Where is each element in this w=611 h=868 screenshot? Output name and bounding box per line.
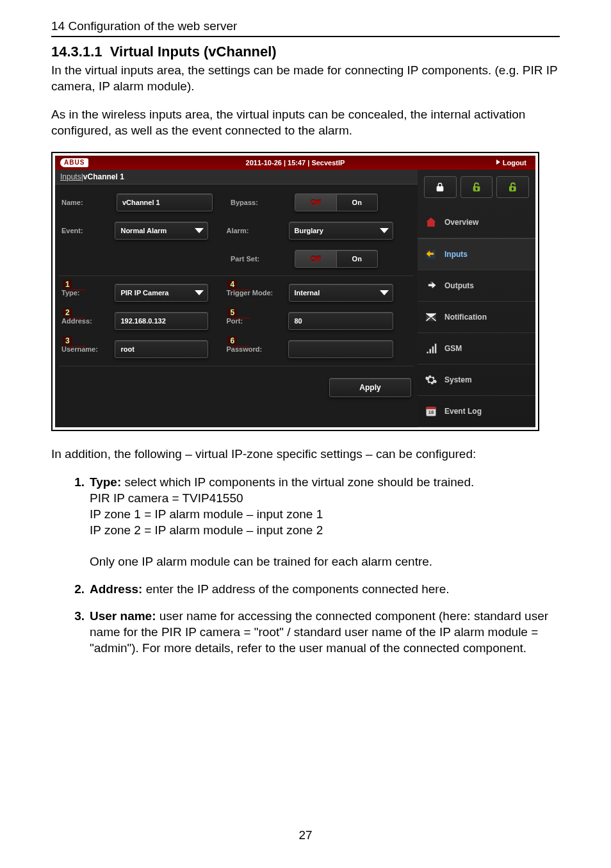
para-3: In addition, the following – virtual IP-…: [51, 446, 560, 463]
label-type: 1 Type:: [61, 289, 115, 297]
address-input[interactable]: 192.168.0.132: [115, 312, 208, 330]
section-title: Virtual Inputs (vChannel): [110, 44, 277, 60]
breadcrumb-current: vChannel 1: [83, 172, 124, 181]
event-select[interactable]: Normal Alarm: [115, 222, 208, 240]
callout-4: 4: [227, 280, 237, 289]
label-port: 5 Port:: [226, 317, 288, 325]
nav-label: Notification: [444, 313, 529, 322]
list-num: 1.: [69, 475, 85, 491]
breadcrumb: Inputs | vChannel 1: [55, 170, 418, 184]
label-address: 2 Address:: [61, 317, 115, 325]
callout-1: 1: [63, 280, 72, 289]
nav-inputs[interactable]: Inputs: [418, 238, 535, 270]
breadcrumb-inputs[interactable]: Inputs: [60, 172, 81, 181]
nav-label: Event Log: [444, 407, 529, 416]
nav-label: GSM: [444, 344, 529, 353]
type-select[interactable]: PIR IP Camera: [115, 284, 208, 302]
top-bar: ABUS 2011-10-26 | 15:47 | SecvestIP Logo…: [55, 156, 535, 170]
callout-6: 6: [227, 336, 237, 345]
input-icon: [424, 248, 438, 261]
divider: [59, 275, 414, 276]
callout-5: 5: [227, 308, 237, 317]
lock-closed-icon: [435, 181, 445, 193]
bypass-toggle-off[interactable]: Off: [295, 194, 337, 211]
list-text: select which IP components in the virtua…: [121, 475, 474, 489]
bypass-toggle[interactable]: Off On: [295, 193, 378, 211]
chevron-down-icon: [195, 228, 204, 233]
type-select-value: PIR IP Camera: [120, 289, 168, 297]
port-input[interactable]: 80: [288, 312, 393, 330]
username-input[interactable]: root: [115, 340, 208, 358]
mail-icon: [424, 311, 438, 323]
nav-overview[interactable]: Overview: [418, 207, 535, 238]
list-lead: Address:: [90, 582, 142, 596]
lock-open-icon: [508, 181, 518, 193]
svg-rect-0: [476, 187, 478, 190]
section-number: 14.3.1.1: [51, 44, 102, 60]
list-sub: Only one IP alarm module can be trained …: [90, 555, 432, 568]
label-partset: Part Set:: [231, 255, 295, 263]
header-chapter: 14 Configuration of the web server: [51, 19, 560, 37]
svg-text:18: 18: [428, 409, 434, 415]
nav-system[interactable]: System: [418, 364, 535, 396]
page-number: 27: [0, 828, 611, 842]
arm-partset-button[interactable]: [460, 176, 493, 198]
partset-toggle[interactable]: Off On: [295, 250, 378, 268]
chevron-down-icon: [380, 228, 389, 233]
nav-eventlog[interactable]: 18 Event Log: [418, 396, 535, 427]
alarm-select[interactable]: Burglary: [289, 222, 393, 240]
callout-line: [232, 318, 250, 318]
list-sub: IP zone 2 = IP alarm module – input zone…: [90, 523, 323, 537]
partset-toggle-on[interactable]: On: [337, 250, 378, 267]
label-trigger: 4 Trigger Mode:: [226, 289, 288, 297]
nav-outputs[interactable]: Outputs: [418, 270, 535, 302]
nav-label: Outputs: [444, 281, 529, 290]
arm-lock-open-button[interactable]: [496, 176, 529, 198]
callout-line: [68, 290, 86, 290]
callout-line: [232, 290, 250, 290]
event-select-value: Normal Alarm: [120, 227, 167, 234]
label-username: 3 Username:: [61, 345, 115, 353]
list-sub: PIR IP camera = TVIP41550: [90, 491, 243, 505]
password-input[interactable]: [288, 340, 393, 358]
divider: [59, 366, 414, 366]
para-2: As in the wireless inputs area, the virt…: [51, 107, 560, 138]
screenshot: ABUS 2011-10-26 | 15:47 | SecvestIP Logo…: [51, 152, 539, 431]
partset-toggle-off[interactable]: Off: [295, 250, 337, 267]
alarm-select-value: Burglary: [295, 227, 323, 234]
list-text: enter the IP address of the components c…: [142, 582, 449, 596]
list-num: 2.: [69, 582, 85, 598]
label-event: Event:: [61, 227, 115, 234]
chevron-down-icon: [195, 290, 204, 295]
callout-line: [68, 318, 86, 318]
output-icon: [424, 279, 438, 292]
nav-label: System: [444, 375, 529, 384]
calendar-icon: 18: [424, 405, 438, 418]
list-lead: User name:: [90, 609, 156, 623]
label-alarm: Alarm:: [226, 227, 288, 234]
list-item-1: 1. Type: select which IP components in t…: [69, 475, 560, 581]
callout-3: 3: [63, 336, 72, 345]
list-item-2: 2. Address: enter the IP address of the …: [69, 582, 560, 609]
apply-button[interactable]: Apply: [329, 378, 411, 397]
section-heading: 14.3.1.1 Virtual Inputs (vChannel): [51, 44, 560, 60]
para-1: In the virtual inputs area, the settings…: [51, 63, 560, 94]
arm-lock-closed-button[interactable]: [424, 176, 457, 198]
label-name: Name:: [61, 199, 117, 206]
trigger-select[interactable]: Internal: [289, 284, 393, 302]
svg-rect-1: [512, 187, 514, 190]
signal-icon: [424, 342, 438, 355]
chevron-down-icon: [380, 290, 389, 295]
nav-notification[interactable]: Notification: [418, 302, 535, 333]
label-bypass: Bypass:: [231, 199, 295, 206]
nav-gsm[interactable]: GSM: [418, 333, 535, 364]
nav-label: Overview: [444, 218, 529, 227]
bypass-toggle-on[interactable]: On: [337, 194, 378, 211]
top-bar-title: 2011-10-26 | 15:47 | SecvestIP: [55, 159, 535, 167]
list-sub: IP zone 1 = IP alarm module – input zone…: [90, 507, 323, 521]
callout-line: [232, 346, 250, 347]
lock-partial-icon: [471, 181, 482, 193]
name-input[interactable]: vChannel 1: [117, 193, 213, 211]
list-item-3: 3. User name: user name for accessing th…: [69, 609, 560, 667]
list-text: user name for accessing the connected co…: [90, 609, 548, 654]
